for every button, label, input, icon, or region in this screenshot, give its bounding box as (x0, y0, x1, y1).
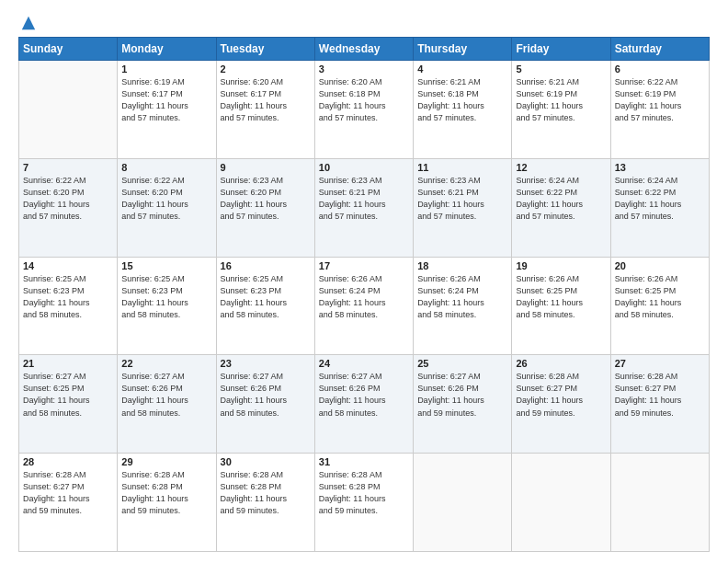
calendar-table: SundayMondayTuesdayWednesdayThursdayFrid… (18, 37, 710, 552)
calendar-cell: 26Sunrise: 6:28 AM Sunset: 6:27 PM Dayli… (512, 355, 610, 454)
day-info: Sunrise: 6:20 AM Sunset: 6:18 PM Dayligh… (319, 76, 409, 124)
day-number: 3 (319, 63, 409, 75)
day-info: Sunrise: 6:21 AM Sunset: 6:18 PM Dayligh… (417, 76, 507, 124)
calendar-cell: 21Sunrise: 6:27 AM Sunset: 6:25 PM Dayli… (19, 355, 118, 454)
calendar-cell: 19Sunrise: 6:26 AM Sunset: 6:25 PM Dayli… (512, 257, 610, 355)
calendar-cell: 3Sunrise: 6:20 AM Sunset: 6:18 PM Daylig… (314, 61, 413, 159)
calendar-cell: 29Sunrise: 6:28 AM Sunset: 6:28 PM Dayli… (118, 454, 216, 552)
day-info: Sunrise: 6:26 AM Sunset: 6:25 PM Dayligh… (615, 273, 705, 321)
calendar-cell: 13Sunrise: 6:24 AM Sunset: 6:22 PM Dayli… (610, 158, 709, 257)
calendar-header-thursday: Thursday (414, 38, 512, 61)
header (18, 15, 710, 28)
day-number: 15 (121, 260, 211, 271)
calendar-cell (19, 61, 118, 159)
day-info: Sunrise: 6:23 AM Sunset: 6:21 PM Dayligh… (417, 175, 507, 223)
calendar-cell: 7Sunrise: 6:22 AM Sunset: 6:20 PM Daylig… (19, 158, 118, 257)
day-number: 11 (417, 162, 507, 173)
calendar-cell: 23Sunrise: 6:27 AM Sunset: 6:26 PM Dayli… (216, 355, 314, 454)
day-info: Sunrise: 6:28 AM Sunset: 6:28 PM Dayligh… (319, 469, 409, 517)
day-number: 23 (221, 358, 311, 369)
day-info: Sunrise: 6:24 AM Sunset: 6:22 PM Dayligh… (516, 175, 606, 223)
day-number: 12 (516, 162, 606, 173)
day-info: Sunrise: 6:27 AM Sunset: 6:25 PM Dayligh… (23, 371, 113, 419)
day-number: 21 (23, 358, 113, 369)
day-number: 20 (615, 260, 705, 271)
day-info: Sunrise: 6:24 AM Sunset: 6:22 PM Dayligh… (615, 175, 705, 223)
calendar-cell (512, 454, 610, 552)
day-info: Sunrise: 6:22 AM Sunset: 6:20 PM Dayligh… (121, 175, 211, 223)
calendar-cell: 27Sunrise: 6:28 AM Sunset: 6:27 PM Dayli… (610, 355, 709, 454)
logo-icon (20, 15, 37, 31)
calendar-header-monday: Monday (118, 38, 216, 61)
svg-marker-0 (22, 17, 35, 29)
calendar-header-row: SundayMondayTuesdayWednesdayThursdayFrid… (19, 38, 710, 61)
calendar-cell: 25Sunrise: 6:27 AM Sunset: 6:26 PM Dayli… (414, 355, 512, 454)
day-info: Sunrise: 6:28 AM Sunset: 6:28 PM Dayligh… (221, 469, 311, 517)
day-info: Sunrise: 6:27 AM Sunset: 6:26 PM Dayligh… (221, 371, 311, 419)
calendar-cell: 10Sunrise: 6:23 AM Sunset: 6:21 PM Dayli… (314, 158, 413, 257)
calendar-week-row: 28Sunrise: 6:28 AM Sunset: 6:27 PM Dayli… (19, 454, 710, 552)
calendar-cell: 22Sunrise: 6:27 AM Sunset: 6:26 PM Dayli… (118, 355, 216, 454)
calendar-cell: 31Sunrise: 6:28 AM Sunset: 6:28 PM Dayli… (314, 454, 413, 552)
page: SundayMondayTuesdayWednesdayThursdayFrid… (0, 0, 728, 563)
logo-text (18, 15, 37, 31)
day-number: 7 (23, 162, 113, 173)
day-info: Sunrise: 6:23 AM Sunset: 6:20 PM Dayligh… (221, 175, 311, 223)
day-info: Sunrise: 6:22 AM Sunset: 6:19 PM Dayligh… (615, 76, 705, 124)
calendar-cell: 20Sunrise: 6:26 AM Sunset: 6:25 PM Dayli… (610, 257, 709, 355)
day-info: Sunrise: 6:22 AM Sunset: 6:20 PM Dayligh… (23, 175, 113, 223)
calendar-week-row: 14Sunrise: 6:25 AM Sunset: 6:23 PM Dayli… (19, 257, 710, 355)
calendar-cell: 15Sunrise: 6:25 AM Sunset: 6:23 PM Dayli… (118, 257, 216, 355)
calendar-header-sunday: Sunday (19, 38, 118, 61)
day-number: 18 (417, 260, 507, 271)
day-number: 13 (615, 162, 705, 173)
day-number: 1 (121, 63, 211, 75)
day-number: 10 (319, 162, 409, 173)
day-number: 26 (516, 358, 606, 369)
calendar-cell (610, 454, 709, 552)
calendar-header-wednesday: Wednesday (314, 38, 413, 61)
day-info: Sunrise: 6:28 AM Sunset: 6:27 PM Dayligh… (615, 371, 705, 419)
calendar-cell: 30Sunrise: 6:28 AM Sunset: 6:28 PM Dayli… (216, 454, 314, 552)
day-number: 19 (516, 260, 606, 271)
day-number: 2 (221, 63, 311, 75)
calendar-cell: 1Sunrise: 6:19 AM Sunset: 6:17 PM Daylig… (118, 61, 216, 159)
day-info: Sunrise: 6:25 AM Sunset: 6:23 PM Dayligh… (121, 273, 211, 321)
calendar-week-row: 1Sunrise: 6:19 AM Sunset: 6:17 PM Daylig… (19, 61, 710, 159)
day-number: 14 (23, 260, 113, 271)
day-number: 29 (121, 456, 211, 467)
day-info: Sunrise: 6:26 AM Sunset: 6:25 PM Dayligh… (516, 273, 606, 321)
calendar-cell: 11Sunrise: 6:23 AM Sunset: 6:21 PM Dayli… (414, 158, 512, 257)
day-number: 16 (221, 260, 311, 271)
day-info: Sunrise: 6:25 AM Sunset: 6:23 PM Dayligh… (23, 273, 113, 321)
calendar-cell: 14Sunrise: 6:25 AM Sunset: 6:23 PM Dayli… (19, 257, 118, 355)
day-info: Sunrise: 6:26 AM Sunset: 6:24 PM Dayligh… (319, 273, 409, 321)
day-number: 30 (221, 456, 311, 467)
day-info: Sunrise: 6:26 AM Sunset: 6:24 PM Dayligh… (417, 273, 507, 321)
calendar-cell: 12Sunrise: 6:24 AM Sunset: 6:22 PM Dayli… (512, 158, 610, 257)
calendar-header-saturday: Saturday (610, 38, 709, 61)
day-number: 9 (221, 162, 311, 173)
calendar-cell: 8Sunrise: 6:22 AM Sunset: 6:20 PM Daylig… (118, 158, 216, 257)
day-info: Sunrise: 6:19 AM Sunset: 6:17 PM Dayligh… (121, 76, 211, 124)
day-number: 4 (417, 63, 507, 75)
calendar-header-friday: Friday (512, 38, 610, 61)
logo (18, 15, 37, 28)
day-info: Sunrise: 6:21 AM Sunset: 6:19 PM Dayligh… (516, 76, 606, 124)
day-number: 22 (121, 358, 211, 369)
day-number: 6 (615, 63, 705, 75)
calendar-header-tuesday: Tuesday (216, 38, 314, 61)
calendar-week-row: 21Sunrise: 6:27 AM Sunset: 6:25 PM Dayli… (19, 355, 710, 454)
calendar-cell: 17Sunrise: 6:26 AM Sunset: 6:24 PM Dayli… (314, 257, 413, 355)
calendar-cell: 2Sunrise: 6:20 AM Sunset: 6:17 PM Daylig… (216, 61, 314, 159)
calendar-cell: 28Sunrise: 6:28 AM Sunset: 6:27 PM Dayli… (19, 454, 118, 552)
calendar-cell (414, 454, 512, 552)
day-number: 8 (121, 162, 211, 173)
day-info: Sunrise: 6:25 AM Sunset: 6:23 PM Dayligh… (221, 273, 311, 321)
day-number: 17 (319, 260, 409, 271)
day-info: Sunrise: 6:28 AM Sunset: 6:28 PM Dayligh… (121, 469, 211, 517)
calendar-cell: 18Sunrise: 6:26 AM Sunset: 6:24 PM Dayli… (414, 257, 512, 355)
day-number: 28 (23, 456, 113, 467)
day-number: 24 (319, 358, 409, 369)
calendar-cell: 9Sunrise: 6:23 AM Sunset: 6:20 PM Daylig… (216, 158, 314, 257)
